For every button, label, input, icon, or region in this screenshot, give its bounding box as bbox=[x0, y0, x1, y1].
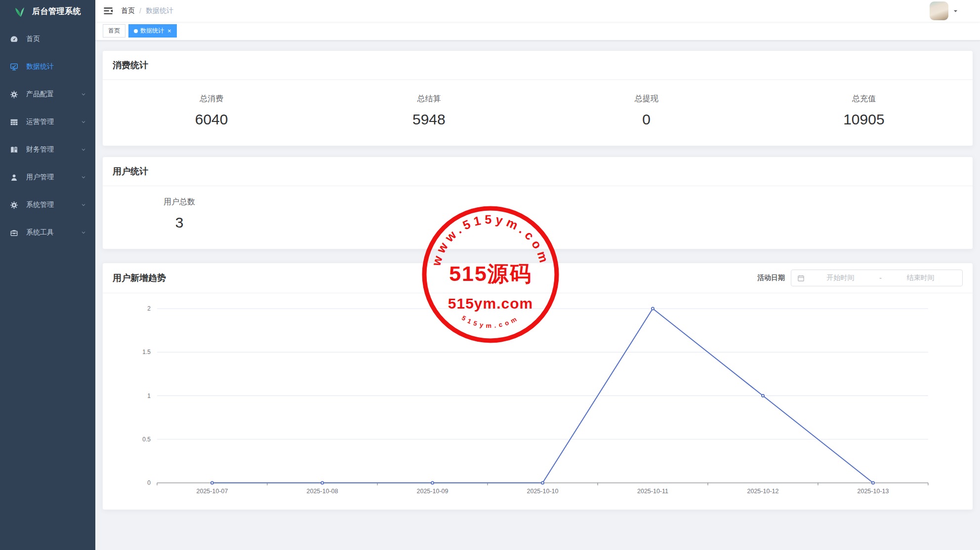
range-separator: - bbox=[876, 274, 885, 282]
close-icon[interactable]: × bbox=[167, 28, 171, 34]
sidebar-item-users[interactable]: 用户管理 bbox=[0, 163, 95, 191]
chevron-down-icon bbox=[81, 119, 86, 125]
tag-statistics[interactable]: 数据统计 × bbox=[128, 24, 177, 38]
chevron-down-icon bbox=[81, 147, 86, 153]
svg-text:2025-10-13: 2025-10-13 bbox=[858, 488, 889, 495]
stat-total-settlement: 总结算 5948 bbox=[320, 94, 537, 128]
chevron-down-icon bbox=[81, 202, 86, 208]
trend-line-chart: 00.511.522025-10-072025-10-082025-10-092… bbox=[103, 293, 973, 510]
avatar[interactable] bbox=[930, 1, 948, 20]
gear-icon bbox=[10, 201, 18, 209]
stat-value: 5948 bbox=[320, 111, 537, 128]
stat-total-recharge: 总充值 10905 bbox=[755, 94, 973, 128]
svg-text:2025-10-12: 2025-10-12 bbox=[747, 488, 779, 495]
sidebar-item-label: 系统工具 bbox=[26, 228, 81, 237]
sidebar-item-label: 财务管理 bbox=[26, 145, 81, 154]
sidebar-item-operations[interactable]: 运营管理 bbox=[0, 108, 95, 136]
svg-text:0: 0 bbox=[147, 479, 151, 486]
tag-label: 数据统计 bbox=[140, 27, 164, 35]
stat-label: 用户总数 bbox=[103, 197, 256, 207]
stat-label: 总充值 bbox=[755, 94, 973, 104]
stat-label: 总提现 bbox=[538, 94, 755, 104]
trend-card-header: 用户新增趋势 活动日期 开始时间 - 结束时间 bbox=[103, 263, 973, 293]
user-stats: 用户总数 3 bbox=[103, 186, 973, 249]
leaf-logo-icon bbox=[14, 6, 27, 17]
page-content: 消费统计 总消费 6040 总结算 5948 总提现 0 总充值 10905 bbox=[95, 40, 980, 550]
breadcrumb-separator: / bbox=[139, 7, 141, 15]
chevron-down-icon bbox=[81, 174, 86, 180]
svg-text:2: 2 bbox=[147, 305, 151, 312]
stat-label: 总结算 bbox=[320, 94, 537, 104]
consumption-card: 消费统计 总消费 6040 总结算 5948 总提现 0 总充值 10905 bbox=[102, 50, 973, 146]
app-title: 后台管理系统 bbox=[32, 6, 81, 17]
breadcrumb: 首页 / 数据统计 bbox=[121, 6, 173, 15]
top-navbar: 首页 / 数据统计 bbox=[95, 0, 980, 22]
svg-text:1.5: 1.5 bbox=[142, 349, 151, 355]
chart-monitor-icon bbox=[10, 63, 18, 71]
sidebar-item-label: 数据统计 bbox=[26, 62, 86, 71]
sidebar-item-label: 产品配置 bbox=[26, 90, 81, 99]
stat-total-consumption: 总消费 6040 bbox=[103, 94, 320, 128]
stat-value: 3 bbox=[103, 214, 256, 231]
sidebar-item-home[interactable]: 首页 bbox=[0, 25, 95, 53]
sidebar-item-label: 用户管理 bbox=[26, 173, 81, 182]
svg-text:1: 1 bbox=[147, 393, 151, 399]
svg-text:2025-10-10: 2025-10-10 bbox=[527, 488, 559, 495]
sidebar-item-finance[interactable]: 财务管理 bbox=[0, 136, 95, 163]
chevron-down-icon bbox=[81, 230, 86, 236]
sidebar-item-label: 运营管理 bbox=[26, 118, 81, 126]
date-filter: 活动日期 开始时间 - 结束时间 bbox=[757, 270, 963, 286]
card-title: 用户统计 bbox=[103, 157, 973, 186]
svg-text:2025-10-08: 2025-10-08 bbox=[307, 488, 338, 495]
caret-down-icon[interactable] bbox=[953, 8, 958, 14]
breadcrumb-current: 数据统计 bbox=[146, 6, 173, 15]
sidebar-menu: 首页 数据统计 产品配置 bbox=[0, 23, 95, 246]
chevron-down-icon bbox=[81, 91, 86, 97]
sidebar-item-tools[interactable]: 系统工具 bbox=[0, 219, 95, 246]
user-icon bbox=[10, 173, 18, 182]
stat-total-withdrawal: 总提现 0 bbox=[538, 94, 755, 128]
navbar-right bbox=[930, 1, 972, 20]
sidebar-item-label: 系统管理 bbox=[26, 200, 81, 209]
user-stats-card: 用户统计 用户总数 3 bbox=[102, 157, 973, 249]
gear-icon bbox=[10, 90, 18, 99]
svg-text:0.5: 0.5 bbox=[142, 436, 151, 443]
active-dot bbox=[134, 29, 138, 33]
svg-text:2025-10-09: 2025-10-09 bbox=[417, 488, 449, 495]
card-title: 用户新增趋势 bbox=[113, 272, 166, 284]
tag-label: 首页 bbox=[108, 27, 120, 35]
start-date-input[interactable]: 开始时间 bbox=[805, 274, 876, 282]
stat-total-users: 用户总数 3 bbox=[103, 197, 256, 231]
toolbox-icon bbox=[10, 229, 18, 237]
stat-value: 0 bbox=[538, 111, 755, 128]
sidebar-item-product-config[interactable]: 产品配置 bbox=[0, 80, 95, 108]
svg-text:2025-10-11: 2025-10-11 bbox=[637, 488, 668, 495]
trend-card: 用户新增趋势 活动日期 开始时间 - 结束时间 bbox=[102, 263, 973, 510]
stat-label: 总消费 bbox=[103, 94, 320, 104]
main-area: 首页 / 数据统计 首页 数据统计 × 消费统计 总消费 60 bbox=[95, 0, 980, 550]
calendar-icon bbox=[797, 275, 805, 282]
app-logo[interactable]: 后台管理系统 bbox=[0, 0, 95, 23]
sidebar: 后台管理系统 首页 数据统计 bbox=[0, 0, 95, 550]
sidebar-item-system[interactable]: 系统管理 bbox=[0, 191, 95, 219]
sidebar-item-statistics[interactable]: 数据统计 bbox=[0, 53, 95, 80]
end-date-input[interactable]: 结束时间 bbox=[885, 274, 956, 282]
tags-view-bar: 首页 数据统计 × bbox=[95, 22, 980, 40]
table-icon bbox=[10, 118, 18, 126]
trend-chart-container: 00.511.522025-10-072025-10-082025-10-092… bbox=[103, 293, 973, 510]
consumption-stats: 总消费 6040 总结算 5948 总提现 0 总充值 10905 bbox=[103, 80, 973, 146]
date-filter-label: 活动日期 bbox=[757, 274, 785, 282]
breadcrumb-home[interactable]: 首页 bbox=[121, 6, 135, 15]
svg-text:2025-10-07: 2025-10-07 bbox=[197, 488, 228, 495]
ledger-icon bbox=[10, 146, 18, 154]
sidebar-item-label: 首页 bbox=[26, 35, 86, 43]
card-title: 消费统计 bbox=[103, 51, 973, 80]
dashboard-icon bbox=[10, 35, 18, 43]
sidebar-collapse-icon[interactable] bbox=[103, 6, 113, 16]
tag-home[interactable]: 首页 bbox=[103, 24, 125, 38]
stat-value: 6040 bbox=[103, 111, 320, 128]
stat-value: 10905 bbox=[755, 111, 973, 128]
date-range-picker[interactable]: 开始时间 - 结束时间 bbox=[791, 270, 963, 286]
